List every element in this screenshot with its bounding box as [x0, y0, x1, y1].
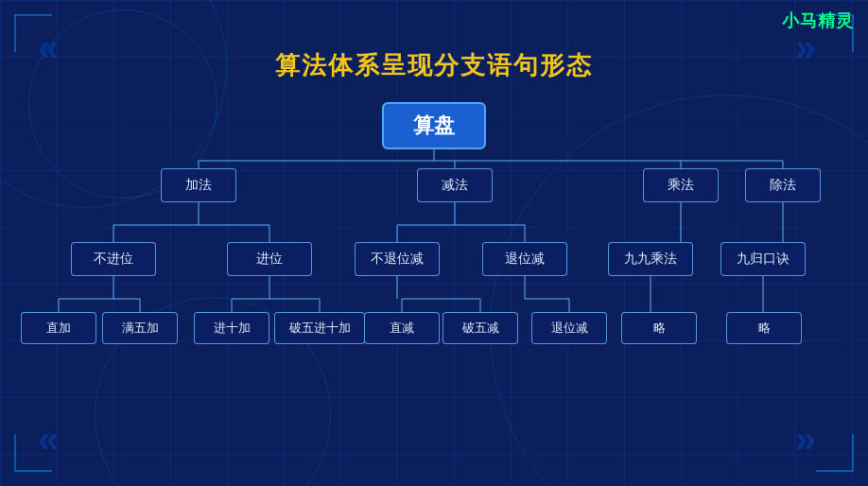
node-lue1: 略: [621, 312, 697, 344]
node-mwj: 满五加: [102, 312, 178, 344]
node-jsj: 进十加: [194, 312, 269, 344]
node-jgkj: 九归口诀: [720, 242, 806, 276]
node-bjj: 不进位: [71, 242, 156, 276]
node-cf: 乘法: [643, 168, 719, 202]
node-jf2: 减法: [417, 168, 493, 202]
tree-container: 算盘 加法 减法 乘法 除法 不进位 进位 不退位减 退位减 九九乘法 九归口诀…: [0, 102, 868, 480]
node-jf: 加法: [161, 168, 236, 202]
node-btwj: 不退位减: [355, 242, 440, 276]
node-zj2: 直减: [364, 312, 440, 344]
node-jw: 进位: [227, 242, 312, 276]
node-twj2: 退位减: [531, 312, 607, 344]
node-pwj: 破五减: [443, 312, 518, 344]
node-jjcf: 九九乘法: [608, 242, 693, 276]
logo: 小马精灵: [782, 9, 854, 32]
tree-lines: [0, 102, 868, 480]
node-lue2: 略: [726, 312, 802, 344]
node-cf2: 除法: [745, 168, 821, 202]
node-zj: 直加: [21, 312, 96, 344]
node-twj: 退位减: [482, 242, 567, 276]
node-root: 算盘: [382, 102, 486, 149]
page-title: 算法体系呈现分支语句形态: [0, 49, 868, 82]
node-pwjsj: 破五进十加: [274, 312, 365, 344]
